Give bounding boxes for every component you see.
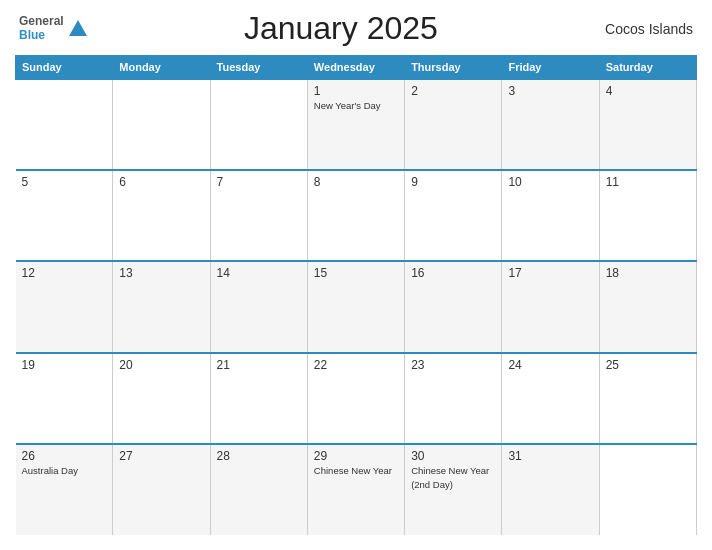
day-number: 13 bbox=[119, 266, 203, 280]
logo-icon bbox=[67, 18, 89, 40]
weekday-header: Wednesday bbox=[307, 56, 404, 80]
svg-marker-0 bbox=[69, 20, 87, 36]
weekday-header: Monday bbox=[113, 56, 210, 80]
calendar-table: SundayMondayTuesdayWednesdayThursdayFrid… bbox=[15, 55, 697, 535]
calendar-day-cell: 13 bbox=[113, 261, 210, 352]
day-number: 23 bbox=[411, 358, 495, 372]
day-event: New Year's Day bbox=[314, 100, 398, 112]
calendar-day-cell: 1New Year's Day bbox=[307, 79, 404, 170]
day-event: Australia Day bbox=[22, 465, 107, 477]
calendar-day-cell: 17 bbox=[502, 261, 599, 352]
day-event: Chinese New Year bbox=[411, 465, 495, 477]
day-number: 26 bbox=[22, 449, 107, 463]
calendar-day-cell: 4 bbox=[599, 79, 696, 170]
calendar-day-cell bbox=[113, 79, 210, 170]
day-number: 5 bbox=[22, 175, 107, 189]
day-number: 19 bbox=[22, 358, 107, 372]
calendar-day-cell: 19 bbox=[16, 353, 113, 444]
calendar-day-cell bbox=[210, 79, 307, 170]
calendar-day-cell: 25 bbox=[599, 353, 696, 444]
calendar-week-row: 567891011 bbox=[16, 170, 697, 261]
calendar-day-cell: 23 bbox=[405, 353, 502, 444]
day-number: 9 bbox=[411, 175, 495, 189]
calendar-day-cell: 30Chinese New Year(2nd Day) bbox=[405, 444, 502, 535]
logo-general-text: General bbox=[19, 15, 64, 28]
calendar-week-row: 1New Year's Day234 bbox=[16, 79, 697, 170]
calendar-day-cell: 22 bbox=[307, 353, 404, 444]
day-number: 1 bbox=[314, 84, 398, 98]
calendar-day-cell: 29Chinese New Year bbox=[307, 444, 404, 535]
calendar-header: General Blue January 2025 Cocos Islands bbox=[15, 10, 697, 47]
day-number: 4 bbox=[606, 84, 690, 98]
day-number: 3 bbox=[508, 84, 592, 98]
weekday-header: Sunday bbox=[16, 56, 113, 80]
logo-blue-text: Blue bbox=[19, 29, 45, 42]
calendar-day-cell: 10 bbox=[502, 170, 599, 261]
day-number: 20 bbox=[119, 358, 203, 372]
calendar-day-cell bbox=[599, 444, 696, 535]
calendar-week-row: 19202122232425 bbox=[16, 353, 697, 444]
calendar-week-row: 26Australia Day272829Chinese New Year30C… bbox=[16, 444, 697, 535]
day-number: 11 bbox=[606, 175, 690, 189]
calendar-day-cell: 21 bbox=[210, 353, 307, 444]
day-number: 15 bbox=[314, 266, 398, 280]
day-number: 14 bbox=[217, 266, 301, 280]
calendar-day-cell: 27 bbox=[113, 444, 210, 535]
day-number: 31 bbox=[508, 449, 592, 463]
day-number: 25 bbox=[606, 358, 690, 372]
calendar-day-cell: 20 bbox=[113, 353, 210, 444]
weekday-header-row: SundayMondayTuesdayWednesdayThursdayFrid… bbox=[16, 56, 697, 80]
day-number: 17 bbox=[508, 266, 592, 280]
day-number: 12 bbox=[22, 266, 107, 280]
calendar-day-cell: 3 bbox=[502, 79, 599, 170]
calendar-day-cell: 18 bbox=[599, 261, 696, 352]
day-number: 10 bbox=[508, 175, 592, 189]
day-number: 18 bbox=[606, 266, 690, 280]
logo: General Blue bbox=[19, 15, 89, 41]
month-title: January 2025 bbox=[89, 10, 593, 47]
day-number: 16 bbox=[411, 266, 495, 280]
weekday-header: Thursday bbox=[405, 56, 502, 80]
calendar-day-cell: 7 bbox=[210, 170, 307, 261]
day-number: 29 bbox=[314, 449, 398, 463]
calendar-day-cell bbox=[16, 79, 113, 170]
day-event: (2nd Day) bbox=[411, 479, 495, 491]
day-number: 28 bbox=[217, 449, 301, 463]
calendar-day-cell: 9 bbox=[405, 170, 502, 261]
weekday-header: Tuesday bbox=[210, 56, 307, 80]
day-number: 22 bbox=[314, 358, 398, 372]
day-event: Chinese New Year bbox=[314, 465, 398, 477]
calendar-day-cell: 6 bbox=[113, 170, 210, 261]
calendar-day-cell: 26Australia Day bbox=[16, 444, 113, 535]
calendar-day-cell: 5 bbox=[16, 170, 113, 261]
calendar-day-cell: 2 bbox=[405, 79, 502, 170]
calendar-day-cell: 31 bbox=[502, 444, 599, 535]
calendar-day-cell: 28 bbox=[210, 444, 307, 535]
day-number: 2 bbox=[411, 84, 495, 98]
calendar-day-cell: 16 bbox=[405, 261, 502, 352]
day-number: 21 bbox=[217, 358, 301, 372]
calendar-day-cell: 15 bbox=[307, 261, 404, 352]
calendar-day-cell: 12 bbox=[16, 261, 113, 352]
calendar-day-cell: 24 bbox=[502, 353, 599, 444]
day-number: 8 bbox=[314, 175, 398, 189]
day-number: 24 bbox=[508, 358, 592, 372]
weekday-header: Friday bbox=[502, 56, 599, 80]
calendar-day-cell: 14 bbox=[210, 261, 307, 352]
day-number: 6 bbox=[119, 175, 203, 189]
day-number: 7 bbox=[217, 175, 301, 189]
calendar-container: General Blue January 2025 Cocos Islands … bbox=[0, 0, 712, 550]
day-number: 30 bbox=[411, 449, 495, 463]
weekday-header: Saturday bbox=[599, 56, 696, 80]
calendar-day-cell: 8 bbox=[307, 170, 404, 261]
calendar-week-row: 12131415161718 bbox=[16, 261, 697, 352]
calendar-day-cell: 11 bbox=[599, 170, 696, 261]
region-title: Cocos Islands bbox=[593, 21, 693, 37]
day-number: 27 bbox=[119, 449, 203, 463]
